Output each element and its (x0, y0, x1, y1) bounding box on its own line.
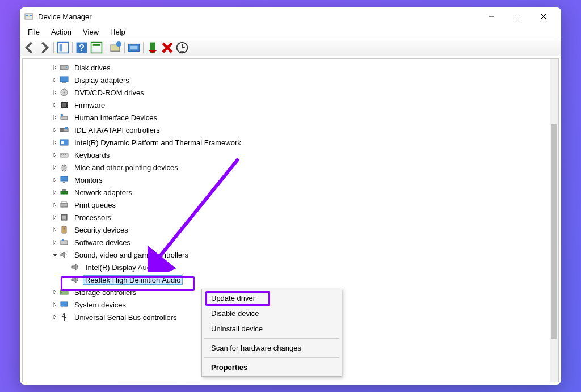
intel-icon (59, 138, 69, 147)
chevron-right-icon[interactable] (51, 163, 59, 171)
svg-text:?: ? (79, 43, 85, 53)
menu-action[interactable]: Action (45, 27, 77, 37)
chevron-right-icon[interactable] (51, 64, 59, 71)
context-menu-item[interactable]: Scan for hardware changes (203, 340, 340, 356)
tree-item[interactable]: DVD/CD-ROM drives (24, 86, 550, 99)
help-button[interactable]: ? (75, 41, 89, 54)
menu-view[interactable]: View (77, 27, 104, 37)
chevron-right-icon[interactable] (51, 101, 59, 109)
scroll-thumb[interactable] (551, 124, 557, 339)
enable-button[interactable] (146, 41, 159, 54)
svg-point-22 (66, 67, 67, 68)
tree-item[interactable]: Human Interface Devices (24, 111, 550, 124)
scan-button[interactable] (108, 41, 122, 54)
svg-point-59 (63, 313, 65, 315)
chevron-right-icon[interactable] (51, 76, 59, 84)
tree-item-label: System devices (74, 301, 126, 309)
sec-icon (59, 225, 69, 234)
back-button[interactable] (23, 41, 36, 54)
chevron-right-icon[interactable] (51, 188, 59, 196)
chevron-right-icon[interactable] (51, 301, 59, 309)
tree-item-label: Security devices (74, 226, 128, 234)
tree-item[interactable]: Realtek High Definition Audio (24, 273, 550, 286)
tree-item[interactable]: IDE ATA/ATAPI controllers (24, 124, 550, 136)
chevron-right-icon[interactable] (51, 176, 59, 184)
tree-item-label: Processors (74, 213, 111, 222)
tree-item-label: Disk drives (74, 64, 111, 72)
close-button[interactable] (531, 7, 557, 26)
svg-rect-53 (61, 241, 68, 245)
svg-rect-39 (63, 154, 64, 155)
usb-icon (59, 313, 69, 322)
chevron-right-icon[interactable] (51, 138, 59, 146)
context-menu-item[interactable]: Uninstall device (203, 321, 340, 336)
tree-item[interactable]: Sound, video and game controllers (24, 248, 550, 261)
svg-rect-7 (58, 42, 69, 53)
tree-item-label: Print queues (74, 201, 116, 209)
ide-icon (59, 125, 69, 134)
tree-item[interactable]: Keyboards (24, 149, 550, 161)
vertical-scrollbar[interactable] (550, 59, 558, 382)
tree-item[interactable]: Software devices (24, 236, 550, 248)
chevron-right-icon[interactable] (51, 113, 59, 121)
sys-icon (59, 300, 69, 309)
tree-item-label: Display adapters (74, 76, 129, 85)
forward-button[interactable] (37, 41, 51, 54)
svg-rect-16 (130, 45, 138, 49)
context-menu-item[interactable]: Update driver (203, 290, 340, 306)
tree-item-label: Human Interface Devices (74, 113, 157, 122)
chevron-right-icon[interactable] (51, 313, 59, 321)
chevron-right-icon[interactable] (51, 151, 59, 159)
chevron-right-icon[interactable] (51, 126, 59, 134)
uninstall-button[interactable] (161, 41, 174, 54)
show-hide-tree-button[interactable] (56, 41, 70, 54)
update-driver-button[interactable] (127, 41, 141, 54)
svg-rect-43 (61, 176, 68, 181)
storage-icon (59, 288, 69, 297)
chevron-right-icon[interactable] (51, 213, 59, 221)
expander-none (62, 263, 70, 271)
tree-item[interactable]: Print queues (24, 199, 550, 211)
svg-rect-2 (30, 15, 32, 16)
sound-icon (70, 263, 81, 272)
chevron-right-icon[interactable] (51, 226, 59, 234)
fw-icon (59, 100, 69, 109)
svg-rect-8 (60, 44, 62, 51)
tree-item[interactable]: Intel(R) Dynamic Platform and Thermal Fr… (24, 136, 550, 149)
chevron-down-icon[interactable] (51, 251, 59, 259)
tree-item-label: Realtek High Definition Audio (85, 276, 180, 284)
chevron-right-icon[interactable] (51, 238, 59, 246)
context-menu-item[interactable]: Disable device (203, 306, 340, 321)
menu-file[interactable]: File (22, 27, 45, 37)
tree-item[interactable]: Firmware (24, 99, 550, 111)
tree-item-label: Network adapters (74, 188, 132, 197)
window-title: Device Manager (38, 12, 478, 21)
tree-item[interactable]: Display adapters (24, 74, 550, 86)
chevron-right-icon[interactable] (51, 288, 59, 296)
context-menu-item[interactable]: Properties (203, 360, 340, 375)
maximize-button[interactable] (504, 7, 531, 26)
dvd-icon (59, 88, 69, 97)
tree-item[interactable]: Intel(R) Display Audio (24, 261, 550, 273)
monitor-icon (59, 175, 69, 184)
scan-hardware-button[interactable] (175, 41, 189, 54)
action-button[interactable] (90, 41, 103, 54)
chevron-right-icon[interactable] (51, 88, 59, 96)
tree-item[interactable]: Processors (24, 211, 550, 224)
menu-help[interactable]: Help (104, 27, 131, 37)
tree-item[interactable]: Disk drives (24, 61, 550, 74)
mouse-icon (59, 163, 69, 172)
tree-item-label: Monitors (74, 176, 103, 184)
tree-item[interactable]: Mice and other pointing devices (24, 161, 550, 174)
svg-point-14 (116, 41, 121, 47)
svg-rect-1 (26, 15, 28, 16)
svg-rect-34 (65, 127, 68, 129)
minimize-button[interactable] (478, 7, 504, 26)
tree-item[interactable]: Security devices (24, 224, 550, 236)
tree-item[interactable]: Network adapters (24, 186, 550, 199)
chevron-right-icon[interactable] (51, 201, 59, 209)
toolbar: ? (20, 39, 561, 56)
tree-item[interactable]: Monitors (24, 174, 550, 186)
svg-rect-37 (60, 153, 68, 157)
svg-rect-48 (62, 201, 66, 203)
